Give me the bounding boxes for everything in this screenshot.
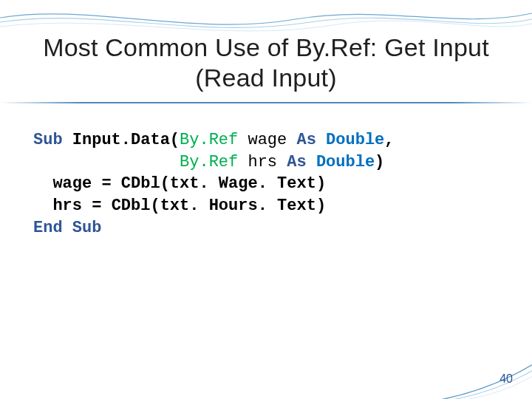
title-line-2: (Read Input) — [195, 64, 336, 92]
slide-title: Most Common Use of By.Ref: Get Input (Re… — [22, 33, 510, 93]
fn-cdbl-2: CDbl( — [112, 197, 160, 215]
arg-1: txt. Wage. Text) — [170, 174, 326, 193]
kw-end-sub: End Sub — [33, 219, 101, 237]
paren-close: ) — [375, 153, 384, 171]
kw-sub: Sub — [33, 131, 72, 149]
kw-as-1: As — [296, 131, 326, 149]
assign-wage: wage = — [52, 174, 120, 193]
arg-2: txt. Hours. Text) — [160, 197, 326, 215]
page-number: 40 — [499, 372, 513, 386]
var-hrs: hrs — [248, 153, 287, 171]
kw-byref-2: By.Ref — [180, 153, 248, 171]
comma-1: , — [384, 131, 394, 149]
slide: Most Common Use of By.Ref: Get Input (Re… — [0, 0, 532, 399]
assign-hrs: hrs = — [52, 197, 111, 215]
title-underline — [0, 102, 532, 103]
proc-name: Input.Data( — [72, 131, 180, 149]
corner-arc-decoration — [418, 359, 532, 399]
type-double-2: Double — [316, 153, 375, 171]
kw-byref-1: By.Ref — [180, 131, 248, 149]
pad-4 — [33, 197, 52, 215]
kw-as-2: As — [287, 153, 316, 171]
pad-3 — [33, 174, 52, 193]
type-double-1: Double — [326, 131, 384, 149]
title-line-1: Most Common Use of By.Ref: Get Input — [43, 33, 489, 61]
fn-cdbl-1: CDbl( — [121, 174, 170, 193]
pad-2 — [33, 153, 180, 171]
var-wage: wage — [248, 131, 296, 149]
code-block: Sub Input.Data(By.Ref wage As Double, By… — [33, 129, 499, 239]
